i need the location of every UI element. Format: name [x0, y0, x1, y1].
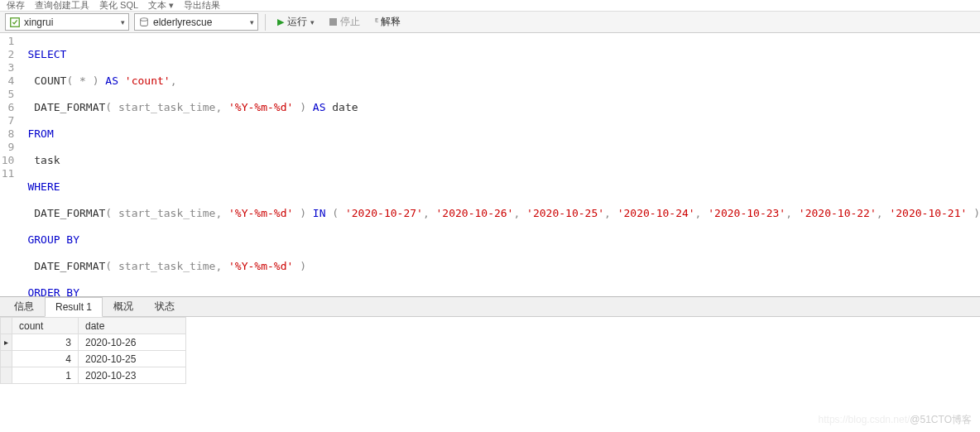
- row-marker: [1, 351, 12, 367]
- tab-status[interactable]: 状态: [144, 295, 185, 317]
- table-row[interactable]: ▸ 3 2020-10-26: [1, 334, 186, 351]
- col-date[interactable]: date: [79, 318, 186, 334]
- database-icon: [138, 17, 150, 28]
- chevron-down-icon: ▾: [310, 18, 315, 26]
- divider: [265, 14, 266, 31]
- row-marker: [1, 367, 12, 384]
- stop-icon: [329, 18, 337, 26]
- svg-point-1: [141, 17, 148, 21]
- row-marker: ▸: [1, 334, 12, 351]
- stop-label: 停止: [340, 15, 360, 29]
- toolbar-export[interactable]: 导出结果: [184, 0, 220, 12]
- table-row[interactable]: 1 2020-10-23: [1, 367, 186, 384]
- stop-button: 停止: [324, 15, 365, 29]
- run-button[interactable]: ▶ 运行 ▾: [272, 14, 319, 31]
- cell-count[interactable]: 1: [12, 367, 79, 384]
- col-count[interactable]: count: [12, 318, 79, 334]
- cell-date[interactable]: 2020-10-23: [79, 367, 186, 384]
- table-row[interactable]: 4 2020-10-25: [1, 351, 186, 367]
- top-toolbar: 保存 查询创建工具 美化 SQL 文本 ▾ 导出结果: [0, 0, 980, 12]
- database-name: elderlyrescue: [153, 17, 247, 28]
- cell-count[interactable]: 3: [12, 334, 79, 351]
- cell-count[interactable]: 4: [12, 351, 79, 367]
- cell-date[interactable]: 2020-10-25: [79, 351, 186, 367]
- watermark: https://blog.csdn.net/@51CTO博客: [819, 413, 972, 427]
- toolbar-save[interactable]: 保存: [7, 0, 25, 12]
- chevron-down-icon: ▾: [250, 18, 254, 26]
- row-marker-header: [1, 318, 12, 334]
- sql-editor[interactable]: 1 2 3 4 5 6 7 8 9 10 11 SELECT COUNT( * …: [0, 33, 980, 296]
- explain-button[interactable]: ᴱ 解释: [370, 15, 406, 29]
- tab-info[interactable]: 信息: [3, 295, 45, 317]
- run-label: 运行: [287, 15, 307, 29]
- code-area[interactable]: SELECT COUNT( * ) AS 'count', DATE_FORMA…: [22, 33, 980, 296]
- toolbar-query-builder[interactable]: 查询创建工具: [35, 0, 89, 12]
- cell-date[interactable]: 2020-10-26: [79, 334, 186, 351]
- line-gutter: 1 2 3 4 5 6 7 8 9 10 11: [0, 33, 22, 296]
- result-tabs: 信息 Result 1 概况 状态: [0, 297, 980, 317]
- result-section: 信息 Result 1 概况 状态 count date ▸ 3 2020-10…: [0, 296, 980, 384]
- explain-label: 解释: [381, 15, 401, 29]
- chevron-down-icon: ▾: [121, 18, 125, 26]
- play-icon: ▶: [277, 17, 284, 27]
- tab-profile[interactable]: 概况: [103, 295, 144, 317]
- database-dropdown[interactable]: elderlyrescue ▾: [134, 13, 258, 31]
- result-grid[interactable]: count date ▸ 3 2020-10-26 4 2020-10-25 1…: [0, 317, 186, 384]
- toolbar-beautify-sql[interactable]: 美化 SQL: [99, 0, 138, 12]
- connection-dropdown[interactable]: xingrui ▾: [5, 13, 129, 31]
- connection-bar: xingrui ▾ elderlyrescue ▾ ▶ 运行 ▾ 停止 ᴱ 解释: [0, 12, 980, 33]
- plug-icon: [9, 17, 21, 28]
- connection-name: xingrui: [24, 17, 118, 28]
- explain-icon: ᴱ: [375, 17, 378, 27]
- tab-result1[interactable]: Result 1: [45, 297, 103, 317]
- grid-header-row: count date: [1, 318, 186, 334]
- toolbar-text[interactable]: 文本 ▾: [148, 0, 174, 12]
